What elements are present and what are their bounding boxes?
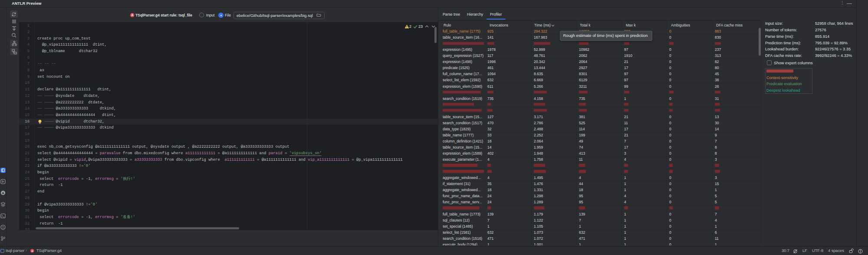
- svg-text:A: A: [131, 13, 133, 17]
- svg-text:A: A: [2, 192, 4, 195]
